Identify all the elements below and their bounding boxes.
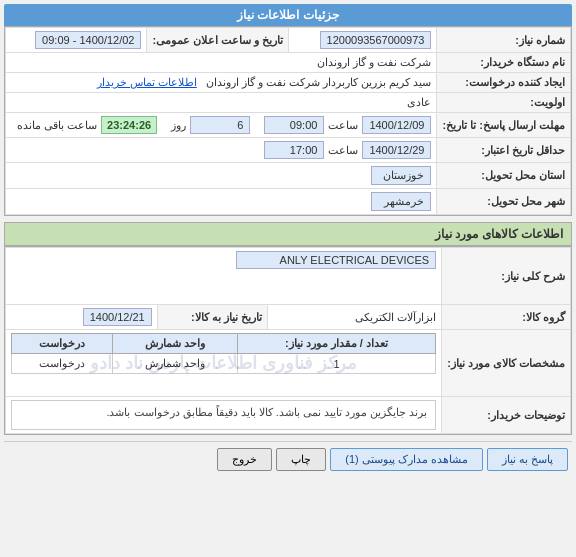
mohlet-row: 1400/12/09 ساعت 09:00 6 روز 23:24:26 ساع… [11,116,431,134]
tarikh-niyaz-box: 1400/12/21 [83,308,152,326]
ijad-link[interactable]: اطلاعات تماس خریدار [97,76,197,88]
col-header-2: واحد شمارش [112,334,237,354]
row-kharidan: نام دستگاه خریدار: شرکت نفت و گاز اروندا… [6,53,571,73]
jadval-date: 1400/12/29 [362,141,431,159]
tarikh-value: 1400/12/02 - 09:09 [6,28,147,53]
goods-col3: درخواست [12,354,113,374]
jadval-time-label: ساعت [328,144,358,157]
roz-value: 6 [190,116,250,134]
row-avoliyat: اولویت: عادی [6,93,571,113]
kharidan-label: نام دستگاه خریدار: [437,53,571,73]
header-title: جزئیات اطلاعات نیاز [237,8,339,22]
shomara-box: 1200093567000973 [320,31,432,49]
row-description: توضیحات خریدار: برند جایگزین مورد تایید … [6,397,571,434]
mohlet-time: 09:00 [264,116,324,134]
description-label: توضیحات خریدار: [442,397,571,434]
view-button[interactable]: مشاهده مدارک پیوستی (1) [330,448,483,471]
shahr-label: شهر محل تحویل: [437,189,571,215]
ijad-value: سید کریم بزرین کاربردار شرکت نفت و گاز ا… [6,73,437,93]
jadval-label: حداقل تاریخ اعتبار: [437,138,571,163]
mohlet-date: 1400/12/09 [362,116,431,134]
description-value: برند جایگزین مورد تایید نمی باشد. کالا ب… [6,397,442,434]
goods-data-row: 1 واحد شمارش درخواست [12,354,436,374]
saet-bagi-label: ساعت باقی مانده [17,119,97,132]
row-shahr: شهر محل تحویل: خرمشهر [6,189,571,215]
jadval-row: 1400/12/29 ساعت 17:00 [11,141,431,159]
moshakhasat-label: مشخصات کالای مورد نیاز: [442,330,571,397]
tarikh-niyaz-label: تاریخ نیاز به کالا: [157,305,267,330]
shomara-value: 1200093567000973 [289,28,437,53]
col-header-1: تعداد / مقدار مورد نیاز: [237,334,435,354]
tarikh-label: تاریخ و ساعت اعلان عمومی: [147,28,289,53]
avoliyat-label: اولویت: [437,93,571,113]
kharidan-value: شرکت نفت و گاز اروندان [6,53,437,73]
goods-info-table: شرح کلی نیاز: ANLY ELECTRICAL DEVICES گر… [5,247,571,434]
ijad-label: ایجاد کننده درخواست: [437,73,571,93]
print-button[interactable]: چاپ [276,448,326,471]
main-container: جزئیات اطلاعات نیاز شماره نیاز: 12000935… [0,0,576,481]
info-table: شماره نیاز: 1200093567000973 تاریخ و ساع… [5,27,571,215]
exit-button[interactable]: خروج [217,448,272,471]
row-moshakhasat: مشخصات کالای مورد نیاز: مرکز فناوری اطلا… [6,330,571,397]
sharh-value: ANLY ELECTRICAL DEVICES [6,248,442,305]
jadval-values: 1400/12/29 ساعت 17:00 [6,138,437,163]
goods-header-row: تعداد / مقدار مورد نیاز: واحد شمارش درخو… [12,334,436,354]
moshakhasat-area: مرکز فناوری اطلاعات پارس ناد دادو تعداد … [11,333,436,393]
row-jadval: حداقل تاریخ اعتبار: 1400/12/29 ساعت 17:0… [6,138,571,163]
bottom-buttons: خروج چاپ مشاهده مدارک پیوستی (1) پاسخ به… [4,441,572,477]
description-box: برند جایگزین مورد تایید نمی باشد. کالا ب… [11,400,436,430]
tarikh-box: 1400/12/02 - 09:09 [35,31,141,49]
row-shomara: شماره نیاز: 1200093567000973 تاریخ و ساع… [6,28,571,53]
shahr-value: خرمشهر [6,189,437,215]
goods-details-table: تعداد / مقدار مورد نیاز: واحد شمارش درخو… [11,333,436,374]
mohlet-values: 1400/12/09 ساعت 09:00 6 روز 23:24:26 ساع… [6,113,437,138]
main-header: جزئیات اطلاعات نیاز [4,4,572,26]
goods-col2: واحد شمارش [112,354,237,374]
group-value: ابزارآلات الکتریکی [267,305,441,330]
sharh-label: شرح کلی نیاز: [442,248,571,305]
mohlet-time-label: ساعت [328,119,358,132]
col-header-3: درخواست [12,334,113,354]
info-section: شماره نیاز: 1200093567000973 تاریخ و ساع… [4,26,572,216]
row-ostan: استان محل تحویل: خوزستان [6,163,571,189]
row-group: گروه کالا: ابزارآلات الکتریکی تاریخ نیاز… [6,305,571,330]
group-label: گروه کالا: [442,305,571,330]
roz-label: روز [171,119,186,132]
moshakhasat-table-cell: مرکز فناوری اطلاعات پارس ناد دادو تعداد … [6,330,442,397]
respond-button[interactable]: پاسخ به نیاز [487,448,568,471]
row-mohlet: مهلت ارسال پاسخ: تا تاریخ: 1400/12/09 سا… [6,113,571,138]
goods-col1: 1 [237,354,435,374]
avoliyat-value: عادی [6,93,437,113]
goods-section: شرح کلی نیاز: ANLY ELECTRICAL DEVICES گر… [4,246,572,435]
row-ijad: ایجاد کننده درخواست: سید کریم بزرین کارب… [6,73,571,93]
ostan-value: خوزستان [6,163,437,189]
shahr-box: خرمشهر [371,192,431,211]
ostan-box: خوزستان [371,166,431,185]
tarikh-niyaz-value: 1400/12/21 [6,305,158,330]
ostan-label: استان محل تحویل: [437,163,571,189]
ijad-text: سید کریم بزرین کاربردار شرکت نفت و گاز ا… [206,76,431,88]
saet-bagi-value: 23:24:26 [101,116,157,134]
jadval-time: 17:00 [264,141,324,159]
sharh-watermark-area: ANLY ELECTRICAL DEVICES [11,251,436,301]
row-sharh: شرح کلی نیاز: ANLY ELECTRICAL DEVICES [6,248,571,305]
sharh-box: ANLY ELECTRICAL DEVICES [236,251,436,269]
mohlet-label: مهلت ارسال پاسخ: تا تاریخ: [437,113,571,138]
shomara-label: شماره نیاز: [437,28,571,53]
goods-section-title: اطلاعات کالاهای مورد نیاز [4,222,572,246]
